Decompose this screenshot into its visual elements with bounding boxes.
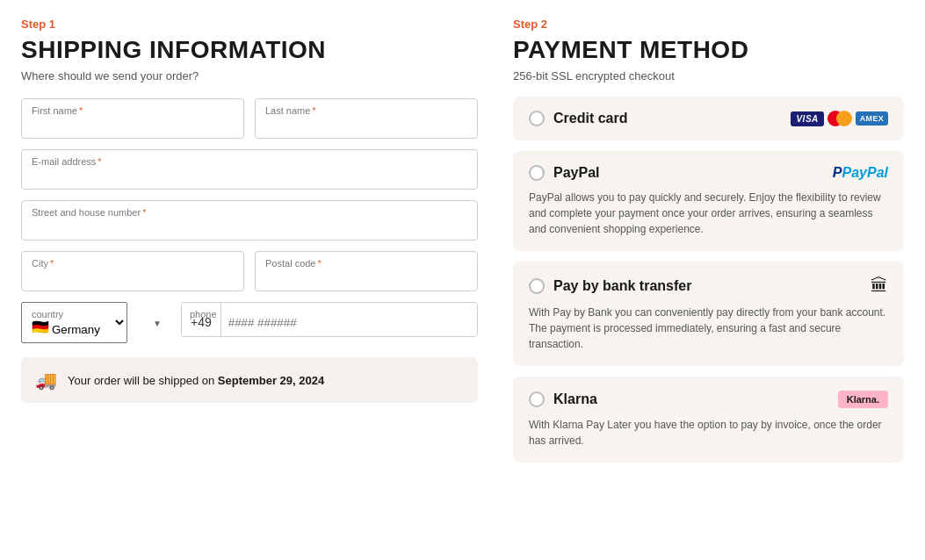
postal-field: Postal code* <box>255 251 478 291</box>
city-field: City* <box>21 251 244 291</box>
email-row: E-mail address* <box>21 149 478 190</box>
country-label: country <box>32 309 63 319</box>
bank-icon: 🏛 <box>871 276 888 296</box>
visa-icon: VISA <box>791 111 823 126</box>
klarna-icon: Klarna. <box>838 391 888 408</box>
first-name-input[interactable] <box>21 98 244 139</box>
email-input[interactable] <box>21 149 478 190</box>
step1-label: Step 1 <box>21 18 478 31</box>
ssl-subtitle: 256-bit SSL encrypted checkout <box>513 69 904 83</box>
shipping-section: Step 1 SHIPPING INFORMATION Where should… <box>21 18 478 542</box>
name-row: First name* Last name* <box>21 98 478 139</box>
paypal-label: PayPal <box>553 165 599 181</box>
phone-input[interactable] <box>221 304 477 336</box>
shipping-title: SHIPPING INFORMATION <box>21 36 478 64</box>
paypal-desc: PayPal allows you to pay quickly and sec… <box>529 190 888 237</box>
city-postal-row: City* Postal code* <box>21 251 478 291</box>
country-field: country 🇩🇪 Germany Austria Switzerland ▼ <box>21 302 170 343</box>
shipping-subtitle: Where should we send your order? <box>21 69 478 83</box>
phone-label: phone <box>190 309 217 319</box>
first-name-field: First name* <box>21 98 244 139</box>
street-input[interactable] <box>21 200 478 241</box>
mastercard-icon <box>827 111 852 126</box>
chevron-down-icon: ▼ <box>153 318 162 327</box>
credit-card-label: Credit card <box>553 111 627 126</box>
amex-icon: AMEX <box>856 111 888 126</box>
truck-icon: 🚚 <box>35 370 57 391</box>
phone-code: +49 <box>182 303 221 336</box>
payment-option-klarna[interactable]: Klarna Klarna. With Klarna Pay Later you… <box>513 377 904 463</box>
shipping-notice: 🚚 Your order will be shipped on Septembe… <box>21 357 478 403</box>
payment-section: Step 2 PAYMENT METHOD 256-bit SSL encryp… <box>513 18 904 542</box>
country-phone-row: country 🇩🇪 Germany Austria Switzerland ▼… <box>21 302 478 343</box>
payment-option-credit-card[interactable]: Credit card VISA AMEX <box>513 97 904 140</box>
email-field: E-mail address* <box>21 149 478 190</box>
radio-paypal[interactable] <box>529 165 545 181</box>
bank-transfer-label: Pay by bank transfer <box>553 278 691 294</box>
klarna-desc: With Klarna Pay Later you have the optio… <box>529 417 888 449</box>
city-input[interactable] <box>21 251 244 291</box>
payment-option-bank-transfer[interactable]: Pay by bank transfer 🏛 With Pay by Bank … <box>513 262 904 366</box>
radio-klarna[interactable] <box>529 391 545 407</box>
shipping-notice-text: Your order will be shipped on September … <box>68 374 324 387</box>
street-field: Street and house number* <box>21 200 478 241</box>
last-name-field: Last name* <box>255 98 478 139</box>
paypal-icon: PPayPal <box>833 165 888 181</box>
klarna-label: Klarna <box>553 391 597 407</box>
payment-option-paypal[interactable]: PayPal PPayPal PayPal allows you to pay … <box>513 151 904 251</box>
credit-card-icons: VISA AMEX <box>791 111 888 126</box>
street-row: Street and house number* <box>21 200 478 241</box>
phone-field: phone +49 <box>181 302 478 343</box>
payment-title: PAYMENT METHOD <box>513 36 904 64</box>
step2-label: Step 2 <box>513 18 904 31</box>
last-name-input[interactable] <box>255 98 478 139</box>
radio-credit-card[interactable] <box>529 111 545 126</box>
bank-transfer-desc: With Pay by Bank you can conveniently pa… <box>529 305 888 352</box>
radio-bank-transfer[interactable] <box>529 278 545 294</box>
postal-input[interactable] <box>255 251 478 291</box>
